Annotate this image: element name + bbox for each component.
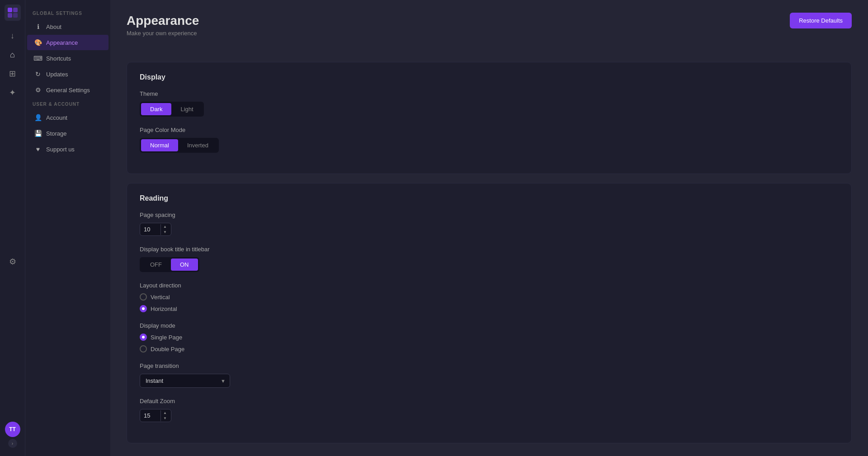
book-title-off-button[interactable]: OFF (141, 259, 171, 271)
sidebar-item-support-label: Support us (46, 146, 75, 153)
default-zoom-input[interactable]: 150 (140, 409, 160, 422)
double-page-label: Double Page (151, 346, 184, 353)
general-settings-icon: ⚙ (34, 86, 42, 94)
default-zoom-row: Default Zoom 150 ▲ ▼ (140, 398, 839, 422)
settings-icon-btn[interactable]: ⚙ (4, 253, 21, 270)
storage-icon: 💾 (34, 130, 42, 137)
sidebar-item-storage-label: Storage (46, 130, 67, 137)
support-icon: ♥ (34, 146, 42, 153)
sidebar-item-updates[interactable]: ↻ Updates (27, 66, 108, 82)
theme-dark-button[interactable]: Dark (141, 103, 171, 115)
global-settings-section-title: GLOBAL SETTINGS (25, 7, 110, 19)
theme-row: Theme Dark Light (140, 90, 839, 117)
color-mode-normal-button[interactable]: Normal (141, 139, 178, 151)
layout-horizontal-label: Horizontal (151, 306, 177, 312)
display-book-title-toggle-group: OFF ON (140, 257, 199, 272)
zoom-spinner-up-button[interactable]: ▲ (161, 410, 169, 416)
theme-label: Theme (140, 90, 839, 97)
sidebar-item-general-settings[interactable]: ⚙ General Settings (27, 82, 108, 98)
sidebar-item-appearance[interactable]: 🎨 Appearance (27, 35, 108, 50)
default-zoom-label: Default Zoom (140, 398, 839, 404)
page-color-mode-row: Page Color Mode Normal Inverted (140, 127, 839, 153)
reading-heading: Reading (140, 194, 839, 202)
svg-rect-0 (8, 8, 12, 12)
sidebar-item-appearance-label: Appearance (46, 39, 78, 46)
main-content: Appearance Make your own experience Rest… (110, 0, 868, 456)
page-header-row: Appearance Make your own experience Rest… (127, 14, 852, 49)
svg-rect-2 (8, 13, 12, 18)
double-page-radio (140, 345, 147, 353)
sidebar-item-storage[interactable]: 💾 Storage (27, 126, 108, 141)
svg-rect-1 (13, 8, 18, 12)
user-account-section-title: USER & ACCOUNT (25, 98, 110, 109)
layout-vertical-option[interactable]: Vertical (140, 293, 839, 301)
page-spacing-label: Page spacing (140, 212, 839, 218)
spinner-arrows: ▲ ▼ (160, 224, 169, 235)
layout-direction-radio-group: Vertical Horizontal (140, 293, 839, 312)
layout-direction-row: Layout direction Vertical Horizontal (140, 282, 839, 312)
sidebar-item-account[interactable]: 👤 Account (27, 110, 108, 125)
home-icon-btn[interactable]: ⌂ (4, 46, 21, 63)
about-icon: ℹ (34, 23, 42, 30)
single-page-option[interactable]: Single Page (140, 334, 839, 341)
book-title-on-button[interactable]: ON (171, 259, 198, 271)
single-page-label: Single Page (151, 334, 182, 341)
app-logo[interactable] (5, 5, 21, 21)
display-section: Display Theme Dark Light Page Color Mode… (127, 62, 852, 174)
page-transition-label: Page transition (140, 362, 839, 369)
page-title: Appearance (127, 14, 199, 28)
page-spacing-spinner: 10 ▲ ▼ (140, 223, 171, 236)
download-icon-btn[interactable]: ↓ (4, 27, 21, 44)
display-mode-radio-group: Single Page Double Page (140, 334, 839, 353)
icon-bar: ↓ ⌂ ⊞ ✦ ⚙ TT › (0, 0, 25, 456)
sidebar-item-updates-label: Updates (46, 71, 68, 78)
color-mode-inverted-button[interactable]: Inverted (178, 139, 217, 151)
page-transition-select-wrapper: Instant Fade Slide ▼ (140, 374, 230, 388)
zoom-spinner-down-button[interactable]: ▼ (161, 416, 169, 421)
sidebar-item-shortcuts-label: Shortcuts (46, 55, 71, 62)
shortcuts-icon: ⌨ (34, 55, 42, 62)
display-mode-label: Display mode (140, 322, 839, 329)
sidebar-item-about-label: About (46, 24, 61, 30)
layout-vertical-label: Vertical (151, 294, 170, 301)
display-book-title-row: Display book title in titlebar OFF ON (140, 246, 839, 272)
spinner-down-button[interactable]: ▼ (161, 230, 169, 235)
avatar[interactable]: TT (5, 422, 20, 437)
zoom-spinner-arrows: ▲ ▼ (160, 410, 169, 421)
sidebar-item-account-label: Account (46, 114, 67, 121)
page-transition-select[interactable]: Instant Fade Slide (140, 374, 230, 388)
sidebar: GLOBAL SETTINGS ℹ About 🎨 Appearance ⌨ S… (25, 0, 110, 456)
page-transition-row: Page transition Instant Fade Slide ▼ (140, 362, 839, 388)
layout-vertical-radio (140, 293, 147, 301)
page-header: Appearance Make your own experience (127, 14, 199, 37)
layout-horizontal-option[interactable]: Horizontal (140, 305, 839, 312)
layout-direction-label: Layout direction (140, 282, 839, 289)
double-page-option[interactable]: Double Page (140, 345, 839, 353)
single-page-radio (140, 334, 147, 341)
expand-icon-btn[interactable]: › (8, 439, 17, 448)
spinner-up-button[interactable]: ▲ (161, 224, 169, 230)
display-mode-row: Display mode Single Page Double Page (140, 322, 839, 353)
default-zoom-spinner: 150 ▲ ▼ (140, 409, 171, 422)
page-spacing-row: Page spacing 10 ▲ ▼ (140, 212, 839, 236)
plugins-icon-btn[interactable]: ✦ (4, 84, 21, 101)
sidebar-item-about[interactable]: ℹ About (27, 19, 108, 34)
updates-icon: ↻ (34, 71, 42, 78)
sidebar-item-shortcuts[interactable]: ⌨ Shortcuts (27, 51, 108, 66)
reading-section: Reading Page spacing 10 ▲ ▼ Display book… (127, 183, 852, 443)
sidebar-item-support[interactable]: ♥ Support us (27, 141, 108, 157)
page-subtitle: Make your own experience (127, 30, 199, 37)
theme-light-button[interactable]: Light (171, 103, 202, 115)
display-book-title-label: Display book title in titlebar (140, 246, 839, 253)
sidebar-item-general-settings-label: General Settings (46, 87, 90, 94)
display-heading: Display (140, 73, 839, 81)
dashboard-icon-btn[interactable]: ⊞ (4, 65, 21, 82)
svg-rect-3 (13, 13, 18, 18)
layout-horizontal-radio (140, 305, 147, 312)
page-spacing-input[interactable]: 10 (140, 223, 160, 235)
restore-defaults-button[interactable]: Restore Defaults (790, 13, 852, 28)
page-color-mode-toggle-group: Normal Inverted (140, 138, 219, 153)
page-color-mode-label: Page Color Mode (140, 127, 839, 133)
theme-toggle-group: Dark Light (140, 102, 204, 117)
account-icon: 👤 (34, 114, 42, 121)
